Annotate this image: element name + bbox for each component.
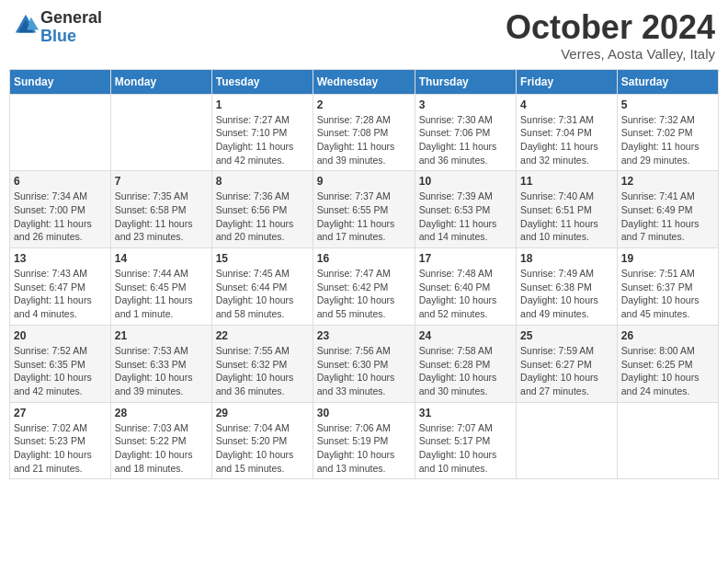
weekday-header: Tuesday (211, 69, 313, 94)
day-number: 24 (419, 329, 512, 342)
calendar-cell: 4Sunrise: 7:31 AM Sunset: 7:04 PM Daylig… (517, 94, 618, 171)
day-number: 26 (621, 329, 714, 342)
day-number: 22 (216, 329, 309, 342)
day-info: Sunrise: 7:43 AM Sunset: 6:47 PM Dayligh… (14, 267, 107, 321)
day-info: Sunrise: 7:52 AM Sunset: 6:35 PM Dayligh… (14, 344, 107, 398)
calendar-cell: 23Sunrise: 7:56 AM Sunset: 6:30 PM Dayli… (313, 325, 415, 402)
calendar-cell: 13Sunrise: 7:43 AM Sunset: 6:47 PM Dayli… (10, 248, 111, 326)
day-number: 11 (520, 175, 613, 188)
calendar-cell: 27Sunrise: 7:02 AM Sunset: 5:23 PM Dayli… (10, 402, 111, 479)
weekday-header: Wednesday (313, 69, 415, 94)
day-info: Sunrise: 7:27 AM Sunset: 7:10 PM Dayligh… (216, 113, 309, 167)
weekday-header: Saturday (617, 69, 718, 94)
calendar-cell (517, 402, 618, 479)
calendar-cell: 24Sunrise: 7:58 AM Sunset: 6:28 PM Dayli… (415, 325, 516, 402)
day-info: Sunrise: 7:36 AM Sunset: 6:56 PM Dayligh… (216, 190, 309, 244)
day-info: Sunrise: 7:07 AM Sunset: 5:17 PM Dayligh… (419, 421, 512, 476)
month-title: October 2024 (506, 9, 715, 46)
calendar-cell: 31Sunrise: 7:07 AM Sunset: 5:17 PM Dayli… (415, 402, 516, 479)
calendar-cell: 6Sunrise: 7:34 AM Sunset: 7:00 PM Daylig… (10, 171, 111, 248)
day-info: Sunrise: 8:00 AM Sunset: 6:25 PM Dayligh… (621, 344, 714, 398)
title-area: October 2024 Verres, Aosta Valley, Italy (506, 9, 715, 62)
calendar-cell (617, 402, 718, 479)
logo: General Blue (13, 9, 102, 46)
day-info: Sunrise: 7:51 AM Sunset: 6:37 PM Dayligh… (621, 267, 714, 321)
weekday-header: Friday (517, 69, 618, 94)
day-number: 23 (317, 329, 411, 342)
calendar-cell: 10Sunrise: 7:39 AM Sunset: 6:53 PM Dayli… (415, 171, 516, 248)
day-info: Sunrise: 7:55 AM Sunset: 6:32 PM Dayligh… (216, 344, 309, 398)
calendar-table: SundayMondayTuesdayWednesdayThursdayFrid… (9, 69, 719, 480)
day-number: 20 (14, 329, 107, 342)
day-info: Sunrise: 7:58 AM Sunset: 6:28 PM Dayligh… (419, 344, 512, 398)
calendar-week-row: 27Sunrise: 7:02 AM Sunset: 5:23 PM Dayli… (10, 402, 719, 479)
calendar-week-row: 6Sunrise: 7:34 AM Sunset: 7:00 PM Daylig… (10, 171, 719, 248)
day-number: 25 (520, 329, 613, 342)
calendar-body: 1Sunrise: 7:27 AM Sunset: 7:10 PM Daylig… (10, 94, 719, 479)
day-number: 6 (14, 175, 107, 188)
day-number: 27 (14, 407, 107, 419)
day-info: Sunrise: 7:48 AM Sunset: 6:40 PM Dayligh… (419, 267, 512, 321)
day-number: 29 (216, 407, 309, 419)
day-number: 21 (115, 329, 208, 342)
day-info: Sunrise: 7:56 AM Sunset: 6:30 PM Dayligh… (317, 344, 411, 398)
calendar-cell: 30Sunrise: 7:06 AM Sunset: 5:19 PM Dayli… (313, 402, 415, 479)
day-info: Sunrise: 7:04 AM Sunset: 5:20 PM Dayligh… (216, 421, 309, 476)
calendar-cell: 1Sunrise: 7:27 AM Sunset: 7:10 PM Daylig… (211, 94, 313, 171)
day-info: Sunrise: 7:44 AM Sunset: 6:45 PM Dayligh… (115, 267, 208, 321)
day-info: Sunrise: 7:37 AM Sunset: 6:55 PM Dayligh… (317, 190, 411, 244)
logo-text: General Blue (40, 9, 102, 46)
day-number: 14 (115, 252, 208, 265)
weekday-header: Sunday (10, 69, 111, 94)
page-header: General Blue October 2024 Verres, Aosta … (9, 9, 719, 62)
day-number: 3 (419, 98, 512, 111)
location: Verres, Aosta Valley, Italy (506, 46, 715, 62)
calendar-cell: 29Sunrise: 7:04 AM Sunset: 5:20 PM Dayli… (211, 402, 313, 479)
calendar-cell: 12Sunrise: 7:41 AM Sunset: 6:49 PM Dayli… (617, 171, 718, 248)
day-info: Sunrise: 7:35 AM Sunset: 6:58 PM Dayligh… (115, 190, 208, 244)
day-info: Sunrise: 7:32 AM Sunset: 7:02 PM Dayligh… (621, 113, 714, 167)
calendar-cell: 16Sunrise: 7:47 AM Sunset: 6:42 PM Dayli… (313, 248, 415, 326)
day-info: Sunrise: 7:40 AM Sunset: 6:51 PM Dayligh… (520, 190, 613, 244)
day-number: 28 (115, 407, 208, 419)
day-number: 7 (115, 175, 208, 188)
calendar-cell: 25Sunrise: 7:59 AM Sunset: 6:27 PM Dayli… (517, 325, 618, 402)
calendar-cell: 18Sunrise: 7:49 AM Sunset: 6:38 PM Dayli… (517, 248, 618, 326)
weekday-header: Thursday (415, 69, 516, 94)
day-number: 19 (621, 252, 714, 265)
day-number: 5 (621, 98, 714, 111)
day-number: 10 (419, 175, 512, 188)
day-number: 17 (419, 252, 512, 265)
day-info: Sunrise: 7:45 AM Sunset: 6:44 PM Dayligh… (216, 267, 309, 321)
calendar-cell: 5Sunrise: 7:32 AM Sunset: 7:02 PM Daylig… (617, 94, 718, 171)
day-info: Sunrise: 7:53 AM Sunset: 6:33 PM Dayligh… (115, 344, 208, 398)
calendar-cell: 7Sunrise: 7:35 AM Sunset: 6:58 PM Daylig… (110, 171, 211, 248)
day-info: Sunrise: 7:34 AM Sunset: 7:00 PM Dayligh… (14, 190, 107, 244)
day-number: 15 (216, 252, 309, 265)
calendar-cell: 19Sunrise: 7:51 AM Sunset: 6:37 PM Dayli… (617, 248, 718, 326)
day-number: 9 (317, 175, 411, 188)
day-number: 2 (317, 98, 411, 111)
day-info: Sunrise: 7:31 AM Sunset: 7:04 PM Dayligh… (520, 113, 613, 167)
weekday-header: Monday (110, 69, 211, 94)
day-info: Sunrise: 7:39 AM Sunset: 6:53 PM Dayligh… (419, 190, 512, 244)
day-info: Sunrise: 7:41 AM Sunset: 6:49 PM Dayligh… (621, 190, 714, 244)
calendar-cell (110, 94, 211, 171)
day-number: 12 (621, 175, 714, 188)
day-number: 4 (520, 98, 613, 111)
day-info: Sunrise: 7:30 AM Sunset: 7:06 PM Dayligh… (419, 113, 512, 167)
day-number: 30 (317, 407, 411, 419)
calendar-cell: 11Sunrise: 7:40 AM Sunset: 6:51 PM Dayli… (517, 171, 618, 248)
calendar-cell: 15Sunrise: 7:45 AM Sunset: 6:44 PM Dayli… (211, 248, 313, 326)
day-number: 16 (317, 252, 411, 265)
day-info: Sunrise: 7:03 AM Sunset: 5:22 PM Dayligh… (115, 421, 208, 476)
day-info: Sunrise: 7:49 AM Sunset: 6:38 PM Dayligh… (520, 267, 613, 321)
day-number: 18 (520, 252, 613, 265)
calendar-cell: 3Sunrise: 7:30 AM Sunset: 7:06 PM Daylig… (415, 94, 516, 171)
calendar-week-row: 1Sunrise: 7:27 AM Sunset: 7:10 PM Daylig… (10, 94, 719, 171)
calendar-cell: 21Sunrise: 7:53 AM Sunset: 6:33 PM Dayli… (110, 325, 211, 402)
calendar-cell: 22Sunrise: 7:55 AM Sunset: 6:32 PM Dayli… (211, 325, 313, 402)
calendar-cell: 14Sunrise: 7:44 AM Sunset: 6:45 PM Dayli… (110, 248, 211, 326)
day-info: Sunrise: 7:59 AM Sunset: 6:27 PM Dayligh… (520, 344, 613, 398)
calendar-week-row: 20Sunrise: 7:52 AM Sunset: 6:35 PM Dayli… (10, 325, 719, 402)
